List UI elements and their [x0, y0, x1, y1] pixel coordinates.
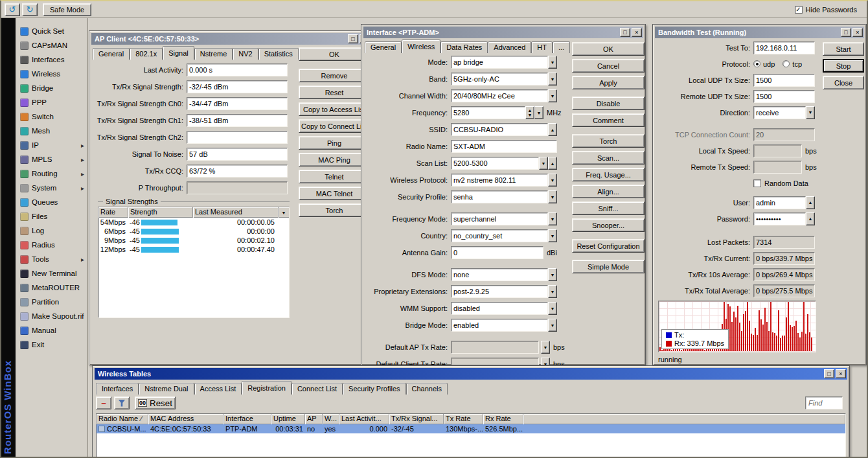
column-header-ap[interactable]: AP: [305, 414, 323, 424]
interface-apply-button[interactable]: Apply: [572, 76, 645, 89]
close-button[interactable]: ×: [836, 369, 846, 378]
close-button[interactable]: ×: [852, 28, 863, 37]
sidebar-item-log[interactable]: Log: [16, 223, 87, 238]
signal-strength-row[interactable]: 6Mbps-4500:00:00: [98, 227, 289, 236]
column-header-rate[interactable]: Rate: [98, 207, 128, 218]
ap-client-titlebar[interactable]: AP Client <4C:5E:0C:57:50:33> □ ×: [91, 33, 371, 45]
bandwidth-start-button[interactable]: Start: [823, 42, 864, 56]
dropdown-button[interactable]: ▼: [534, 106, 543, 119]
sidebar-item-files[interactable]: Files: [16, 209, 87, 223]
interface-comment-button[interactable]: Comment: [572, 113, 645, 127]
ap-field-tx-rx-signal-strength-ch0[interactable]: -34/-47 dBm: [187, 97, 288, 110]
interface-field-country[interactable]: no_country_set: [451, 229, 548, 242]
interface-tab-advanced[interactable]: Advanced: [488, 41, 531, 53]
wireless-tables-tab-nstreme-dual[interactable]: Nstreme Dual: [139, 383, 194, 395]
dropdown-button[interactable]: ▼: [541, 341, 550, 354]
sidebar-item-partition[interactable]: Partition: [16, 295, 87, 309]
column-header-rx-rate[interactable]: Rx Rate: [483, 414, 523, 424]
dropdown-button[interactable]: ▼: [548, 229, 557, 242]
dropdown-button[interactable]: ▼: [548, 319, 557, 332]
wireless-tables-tab-access-list[interactable]: Access List: [194, 383, 242, 395]
reset-counters-button[interactable]: 00 Reset: [135, 396, 176, 409]
interface-ok-button[interactable]: OK: [572, 42, 645, 56]
redo-button[interactable]: ↻: [22, 3, 38, 16]
hide-passwords-checkbox[interactable]: ✓: [795, 6, 803, 14]
interface-field-default-ap-tx-rate[interactable]: [451, 341, 539, 354]
interface-field-mode[interactable]: ap bridge: [451, 56, 548, 69]
restore-button[interactable]: □: [841, 28, 851, 37]
interface-titlebar[interactable]: Interface <PTP-ADM> □ ×: [363, 27, 643, 38]
sidebar-item-mpls[interactable]: MPLS▸: [16, 152, 87, 166]
ap-client-telnet-button[interactable]: Telnet: [299, 170, 370, 183]
wireless-tables-tab-security-profiles[interactable]: Security Profiles: [343, 383, 405, 395]
ap-client-mac-ping-button[interactable]: MAC Ping: [299, 153, 370, 166]
ap-client-tab-nv2[interactable]: NV2: [233, 48, 258, 60]
interface-tab-wireless[interactable]: Wireless: [402, 40, 440, 53]
protocol-udp-radio[interactable]: [753, 60, 760, 67]
interface-field-proprietary-extensions[interactable]: post-2.9.25: [451, 285, 548, 298]
bandwidth-field-direction[interactable]: receive: [753, 106, 806, 119]
bandwidth-field-tx-rx-total-average[interactable]: 0 bps/275.5 Mbps: [753, 284, 815, 297]
interface-freq-usage-button[interactable]: Freq. Usage...: [572, 168, 645, 181]
dropdown-button[interactable]: ▼: [548, 89, 557, 102]
bandwidth-field-tx-rx-current[interactable]: 0 bps/339.7 Mbps: [753, 252, 815, 265]
expand-button[interactable]: ▲: [806, 196, 815, 209]
sidebar-item-metarouter[interactable]: MetaROUTER: [16, 281, 87, 295]
dropdown-button[interactable]: ▼: [548, 268, 557, 281]
interface-tab-more[interactable]: ...: [553, 41, 570, 53]
expand-button[interactable]: ▲: [548, 157, 557, 170]
restore-button[interactable]: □: [824, 369, 834, 378]
bandwidth-field-tcp-connection-count[interactable]: 20: [753, 128, 815, 141]
wireless-tables-tab-channels[interactable]: Channels: [406, 383, 448, 395]
sidebar-item-ppp[interactable]: PPP: [16, 95, 87, 109]
sidebar-item-quick-set[interactable]: Quick Set: [16, 24, 87, 38]
sidebar-item-new-terminal[interactable]: New Terminal: [16, 266, 87, 281]
sidebar-item-bridge[interactable]: Bridge: [16, 81, 87, 95]
ap-field-p-throughput[interactable]: [187, 181, 288, 194]
ap-client-torch-button[interactable]: Torch: [299, 203, 370, 217]
sidebar-item-wireless[interactable]: Wireless: [16, 67, 87, 81]
wireless-tables-tab-registration[interactable]: Registration: [242, 381, 291, 395]
interface-field-antenna-gain[interactable]: 0: [451, 246, 543, 259]
interface-field-dfs-mode[interactable]: none: [451, 268, 548, 281]
random-data-checkbox[interactable]: [753, 179, 761, 187]
ap-field-tx-rx-signal-strength-ch1[interactable]: -38/-51 dBm: [187, 114, 288, 127]
dropdown-button[interactable]: ▼: [548, 73, 557, 86]
interface-tab-ht[interactable]: HT: [531, 41, 553, 53]
sidebar-item-capsman[interactable]: CAPsMAN: [16, 38, 87, 52]
ap-client-reset-button[interactable]: Reset: [299, 86, 370, 99]
registration-row[interactable]: CCBSU-M...4C:5E:0C:57:50:33PTP-ADM00:03:…: [97, 424, 845, 433]
interface-snooper-button[interactable]: Snooper...: [572, 218, 645, 232]
interface-sniff-button[interactable]: Sniff...: [572, 201, 645, 215]
restore-button[interactable]: □: [620, 28, 630, 37]
ap-client-ping-button[interactable]: Ping: [299, 136, 370, 150]
column-header-strength[interactable]: Strength: [128, 207, 193, 218]
interface-align-button[interactable]: Align...: [572, 185, 645, 198]
bandwidth-close-button[interactable]: Close: [823, 76, 864, 89]
dropdown-button[interactable]: ▼: [548, 190, 557, 203]
ap-field-last-activity[interactable]: 0.000 s: [187, 63, 288, 76]
interface-simple-mode-button[interactable]: Simple Mode: [572, 260, 645, 273]
dropdown-button[interactable]: ▼: [548, 285, 557, 298]
sidebar-item-exit[interactable]: Exit: [16, 338, 87, 352]
sidebar-item-queues[interactable]: Queues: [16, 195, 87, 209]
interface-disable-button[interactable]: Disable: [572, 97, 645, 110]
column-header-last-activit[interactable]: Last Activit...: [339, 414, 389, 424]
bandwidth-field-user[interactable]: admin: [753, 196, 806, 209]
interface-field-default-client-tx-rate[interactable]: [451, 358, 539, 365]
column-header-uptime[interactable]: Uptime: [271, 414, 305, 424]
interface-reset-configuration-button[interactable]: Reset Configuration: [572, 239, 645, 253]
wireless-tables-titlebar[interactable]: Wireless Tables □ ×: [95, 368, 847, 380]
sidebar-item-interfaces[interactable]: Interfaces: [16, 52, 87, 67]
interface-torch-button[interactable]: Torch: [572, 134, 645, 148]
ap-client-tab-nstreme[interactable]: Nstreme: [194, 48, 233, 60]
ap-field-signal-to-noise[interactable]: 57 dB: [187, 148, 288, 161]
sidebar-item-radius[interactable]: Radius: [16, 238, 87, 252]
close-button[interactable]: ×: [632, 28, 642, 37]
interface-field-bridge-mode[interactable]: enabled: [451, 319, 548, 332]
sidebar-item-ip[interactable]: IP▸: [16, 138, 87, 152]
interface-tab-general[interactable]: General: [365, 41, 402, 53]
expand-button[interactable]: ▲: [806, 212, 815, 225]
column-header-mac-address[interactable]: MAC Address: [148, 414, 223, 424]
ap-client-mac-telnet-button[interactable]: MAC Telnet: [299, 187, 370, 200]
